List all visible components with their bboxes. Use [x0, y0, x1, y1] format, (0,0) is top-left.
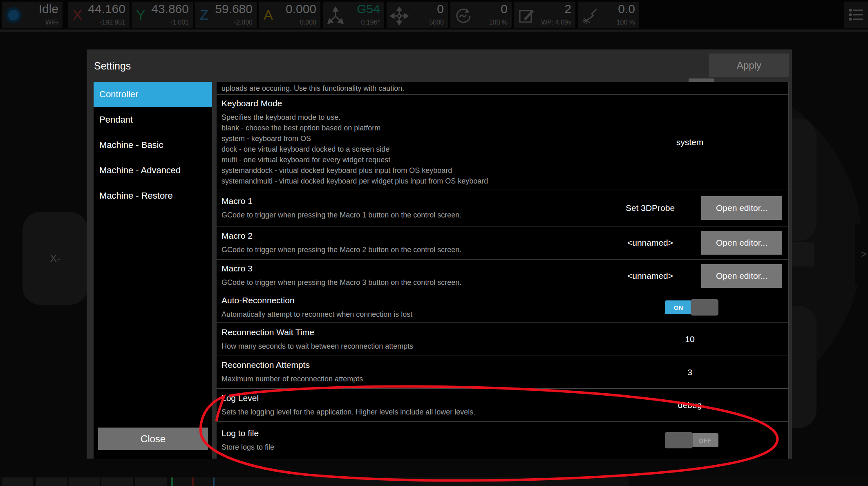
setting-desc: Store logs to file — [221, 442, 665, 452]
toggle-knob — [691, 299, 718, 316]
setting-title: Auto-Reconnection — [221, 296, 665, 305]
reconnection-wait-time-value[interactable]: 10 — [600, 334, 780, 344]
macro-3-open-editor-button[interactable]: Open editor... — [701, 264, 782, 288]
log-to-file-toggle[interactable]: OFF — [665, 432, 718, 448]
macro-2-open-editor-button[interactable]: Open editor... — [701, 231, 782, 255]
setting-desc-line: multi - one virtual keyboard for every w… — [221, 155, 600, 165]
macro-1-value[interactable]: Set 3DProbe — [599, 203, 701, 213]
sidebar-item-controller[interactable]: Controller — [94, 82, 212, 107]
toggle-knob — [665, 432, 693, 448]
setting-row-reconnection-attempts: Reconnection Attempts Maximum number of … — [217, 356, 788, 389]
auto-reconnection-toggle[interactable]: ON — [665, 299, 718, 316]
settings-content: uploads are occuring. Use this functiona… — [217, 82, 789, 459]
macro-2-value[interactable]: <unnamed> — [599, 238, 701, 248]
setting-row-auto-reconnection: Auto-Reconnection Automatically attempt … — [217, 292, 788, 323]
setting-desc: GCode to trigger when pressing the Macro… — [221, 244, 599, 255]
setting-desc: GCode to trigger when pressing the Macro… — [221, 210, 599, 220]
setting-desc: How many seconds to wait between reconne… — [221, 341, 600, 352]
setting-row-reconnection-wait-time: Reconnection Wait Time How many seconds … — [217, 323, 788, 356]
setting-title: Keyboard Mode — [221, 99, 600, 108]
close-button[interactable]: Close — [98, 428, 208, 450]
setting-desc-line: dock - one virtual keyboard docked to a … — [221, 144, 600, 155]
setting-row-macro-2: Macro 2 GCode to trigger when pressing t… — [217, 226, 788, 260]
setting-row-log-to-file: Log to file Store logs to file OFF — [217, 422, 788, 459]
setting-title: Macro 1 — [221, 196, 599, 206]
macro-1-open-editor-button[interactable]: Open editor... — [701, 196, 782, 220]
apply-button[interactable]: Apply — [709, 54, 789, 77]
clipped-row-button — [689, 78, 714, 82]
settings-dialog: Settings Apply Controller Pendant Machin… — [87, 49, 792, 459]
setting-desc-line: systemandmulti - virtual docked keyboard… — [221, 176, 600, 186]
setting-desc: Automatically attempt to reconnect when … — [221, 309, 665, 320]
setting-title: Log to file — [221, 428, 665, 438]
setting-desc-line: systemanddock - virtual docked keyboard … — [221, 165, 600, 176]
setting-desc: Maximum number of reconnection attempts — [221, 374, 600, 384]
setting-desc: GCode to trigger when pressing the Macro… — [221, 277, 599, 288]
setting-desc-line: blank - choose the best option based on … — [221, 123, 600, 133]
sidebar-item-machine-basic[interactable]: Machine - Basic — [94, 132, 212, 158]
log-level-value[interactable]: debug — [600, 400, 780, 410]
toggle-on-label: ON — [665, 300, 692, 314]
toggle-off-label: OFF — [691, 433, 718, 447]
dialog-title: Settings — [94, 60, 131, 72]
setting-row-keyboard-mode: Keyboard Mode Specifies the keyboard mod… — [217, 95, 788, 190]
setting-row-clipped: uploads are occuring. Use this functiona… — [217, 82, 788, 95]
setting-title: Reconnection Wait Time — [221, 327, 600, 337]
setting-title: Reconnection Attempts — [221, 360, 600, 370]
sidebar-item-machine-restore[interactable]: Machine - Restore — [94, 183, 212, 208]
setting-title: Macro 2 — [221, 231, 599, 241]
sidebar-item-machine-advanced[interactable]: Machine - Advanced — [94, 158, 212, 183]
setting-title: Macro 3 — [221, 264, 599, 273]
reconnection-attempts-value[interactable]: 3 — [600, 367, 780, 377]
setting-desc-line: Specifies the keyboard mode to use. — [221, 112, 600, 123]
setting-row-macro-1: Macro 1 GCode to trigger when pressing t… — [217, 190, 788, 226]
settings-sidebar: Controller Pendant Machine - Basic Machi… — [94, 82, 212, 459]
sidebar-item-pendant[interactable]: Pendant — [94, 107, 212, 132]
setting-title: Log Level — [221, 393, 600, 403]
setting-desc-line: system - keyboard from OS — [221, 133, 600, 144]
setting-desc: Sets the logging level for the applicati… — [221, 407, 600, 417]
setting-row-macro-3: Macro 3 GCode to trigger when pressing t… — [217, 260, 788, 292]
setting-row-log-level: Log Level Sets the logging level for the… — [217, 389, 788, 422]
macro-3-value[interactable]: <unnamed> — [599, 271, 701, 281]
keyboard-mode-value[interactable]: system — [600, 137, 780, 147]
setting-desc: uploads are occuring. Use this functiona… — [221, 84, 404, 92]
